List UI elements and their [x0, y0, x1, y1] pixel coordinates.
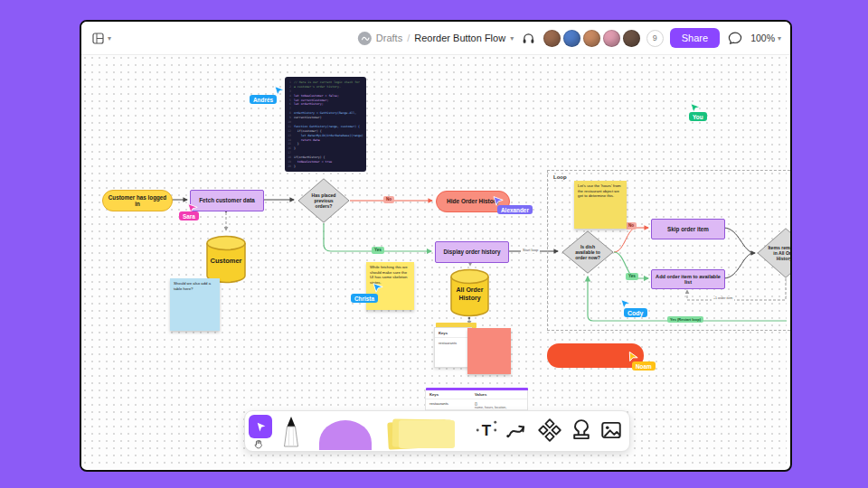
file-menu-chevron-icon[interactable]: ▾	[510, 34, 514, 42]
collaborator-avatar[interactable]	[623, 30, 640, 47]
text-tool-icon: T	[475, 418, 498, 442]
edge-label-yes: Yes	[626, 273, 638, 280]
connector-arrow-icon	[505, 418, 528, 442]
hand-tool-button[interactable]	[253, 438, 264, 452]
sticky-stack-front	[399, 420, 455, 448]
shape-marker-tool-button[interactable]	[319, 420, 372, 450]
zoom-chevron-icon: ▾	[778, 34, 781, 42]
desktop-background: ▾ Drafts / Reorder Button Flow ▾ 9 Share	[0, 0, 868, 488]
zoom-control[interactable]: 100% ▾	[750, 33, 781, 43]
main-menu[interactable]: ▾	[92, 22, 111, 54]
decision-has-placed-orders[interactable]: Has placed previous orders?	[297, 178, 350, 223]
breadcrumb: Drafts / Reorder Button Flow ▾	[358, 22, 514, 54]
code-snippet-block[interactable]: 1// Here is our current logic check for2…	[285, 77, 366, 172]
edge-label-yes: Yes	[372, 247, 384, 254]
edge-label-no: No	[626, 222, 637, 230]
shapes-tool-button[interactable]	[536, 418, 563, 445]
cursor-arrow-icon	[274, 85, 285, 96]
cursor-arrow-icon	[373, 282, 383, 293]
collaborator-avatar[interactable]	[543, 30, 561, 47]
cursor-label: Cody	[624, 308, 647, 317]
database-customer[interactable]: Customer	[205, 235, 247, 284]
shapes-diamonds-icon	[538, 418, 561, 442]
whiteboard-canvas[interactable]: Loop 1// Here is our current logic check…	[81, 54, 787, 468]
sticky-note-salmon[interactable]	[467, 328, 511, 374]
figjam-window: ▾ Drafts / Reorder Button Flow ▾ 9 Share	[80, 20, 792, 472]
node-start[interactable]: Customer has logged in	[102, 190, 173, 211]
cursor-label: You	[689, 112, 707, 121]
collaborator-avatar[interactable]	[603, 30, 620, 47]
text-tool-button[interactable]: T	[473, 418, 500, 445]
stamp-icon	[570, 418, 593, 442]
edge-label-restart-loop: Yes (Restart loop)	[667, 316, 703, 323]
cursor-label: Andrés	[250, 95, 277, 104]
table-header-row: Keys Values	[426, 390, 527, 399]
hand-icon	[253, 438, 264, 449]
svg-text:T: T	[482, 421, 492, 438]
image-icon	[599, 418, 623, 442]
card-row: restaurants	[435, 338, 471, 348]
marker-tool-button[interactable]	[279, 416, 303, 451]
headphones-icon	[522, 32, 535, 44]
figjam-board-icon	[92, 33, 104, 44]
table-cell-key: restaurants	[426, 399, 471, 409]
zoom-level: 100%	[750, 33, 775, 43]
node-skip-order-item[interactable]: Skip order item	[651, 219, 725, 239]
table-header-keys: Keys	[426, 390, 471, 399]
table-cell-value: {} name, hours, location,	[471, 399, 527, 409]
cursor-label: Christa	[351, 294, 378, 303]
connector-tool-button[interactable]	[503, 418, 530, 445]
node-display-order-history[interactable]: Display order history	[435, 241, 509, 263]
edge-label-plus-one: +1 order item	[712, 296, 734, 301]
media-tool-button[interactable]	[598, 418, 625, 445]
marker-pen-icon	[279, 416, 303, 448]
cursor-label: Noam	[632, 361, 656, 371]
select-cursor-icon	[255, 421, 267, 433]
chevron-down-icon: ▾	[108, 34, 111, 42]
table-accent-bar	[426, 388, 528, 390]
collaborator-avatar[interactable]	[563, 30, 580, 47]
decision-items-remaining[interactable]: Items remaining in All Order History?	[757, 228, 792, 278]
topbar: ▾ Drafts / Reorder Button Flow ▾ 9 Share	[81, 22, 790, 55]
database-all-order-history[interactable]: All Order History	[449, 268, 490, 317]
toolbar-dock: T	[244, 410, 630, 452]
chat-bubble-icon	[728, 31, 742, 45]
breadcrumb-separator: /	[407, 33, 410, 43]
table-row: restaurants {} name, hours, location,	[426, 399, 527, 410]
table-header-values: Values	[471, 390, 527, 399]
topbar-actions: 9 Share 100% ▾	[520, 22, 781, 54]
cursor-label: Sara	[179, 211, 199, 221]
edge-label-start-loop: Start loop	[521, 248, 540, 253]
stamp-tool-button[interactable]	[568, 418, 595, 445]
audio-headphones-button[interactable]	[520, 30, 537, 46]
select-tool-button[interactable]	[249, 415, 272, 438]
share-button[interactable]: Share	[670, 28, 720, 48]
collaborator-avatar[interactable]	[583, 30, 600, 47]
edge-label-no: No	[383, 196, 394, 203]
code-line: 20}	[287, 164, 363, 169]
comments-button[interactable]	[726, 29, 744, 47]
card-header: Keys	[435, 328, 471, 338]
keys-card[interactable]: Keys restaurants	[434, 327, 472, 368]
sticky-note-hours[interactable]: Let's use the 'hours' from the restauran…	[574, 181, 627, 229]
file-title[interactable]: Reorder Button Flow	[414, 33, 505, 43]
node-fetch-customer-data[interactable]: Fetch customer data	[190, 190, 264, 211]
cursor-label: Alexander	[497, 205, 533, 214]
connector-dot	[468, 317, 470, 319]
sticky-note-tool-button[interactable]	[388, 418, 457, 450]
overflow-collaborators-badge[interactable]: 9	[646, 30, 664, 47]
sticky-note-blue[interactable]: Should we also add a table here?	[170, 278, 220, 331]
file-thumbnail-icon	[358, 32, 372, 45]
breadcrumb-folder[interactable]: Drafts	[376, 33, 402, 43]
node-add-order-item[interactable]: Add order item to available list	[651, 269, 725, 289]
loop-section-label: Loop	[553, 174, 567, 180]
decision-dish-available[interactable]: Is dish available to order now?	[561, 230, 614, 274]
collaborator-avatars	[543, 30, 640, 47]
